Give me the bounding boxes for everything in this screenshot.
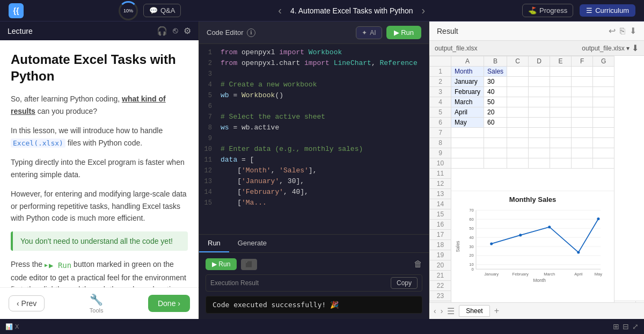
svg-text:20: 20 xyxy=(469,253,473,258)
result-header: Result ↩ ⎘ ⬇ xyxy=(429,21,644,41)
svg-point-22 xyxy=(597,217,599,220)
run-inline-label: ▶ ▶ Run xyxy=(45,259,71,271)
svg-text:March: March xyxy=(544,272,555,277)
bottom-run-area: ▶ Run ⬛ 🗑 Execution Result Copy Code exe… xyxy=(199,253,429,319)
code-line: 11 data = [ xyxy=(199,156,429,166)
layout-icon[interactable]: ⊟ xyxy=(623,322,629,331)
file-download-button[interactable]: ⬇ xyxy=(632,43,639,53)
table-row: 10 xyxy=(430,158,645,169)
run-row-left: ▶ Run ⬛ xyxy=(206,258,257,270)
svg-point-19 xyxy=(519,234,522,237)
filename-label: output_file.xlsx xyxy=(435,45,477,52)
table-row: 3 February 40 xyxy=(430,87,645,97)
hamburger-icon[interactable]: ☰ xyxy=(447,306,455,316)
prev-nav-button[interactable]: ‹ xyxy=(276,2,284,19)
tools-button[interactable]: 🔧 Tools xyxy=(90,293,104,314)
code-line: 9 xyxy=(199,134,429,145)
lecture-body: Automate Excel Tasks with Python So, aft… xyxy=(0,40,199,287)
result-actions: ↩ ⎘ ⬇ xyxy=(609,26,636,36)
editor-panel: Code Editor ℹ ✦ AI ▶ Run 1 from openpyxl… xyxy=(199,21,429,319)
settings-icon[interactable]: ⚙ xyxy=(184,26,191,36)
table-row: 1 Month Sales xyxy=(430,67,645,77)
download-button[interactable]: ⬇ xyxy=(630,26,636,36)
editor-title: Code Editor ℹ xyxy=(207,28,255,37)
lecture-panel: Lecture 🎧 ⎋ ⚙ Automate Excel Tasks with … xyxy=(0,21,199,319)
list-icon: ☰ xyxy=(586,6,592,14)
excel-link[interactable]: Excel(.xlsx) xyxy=(11,139,65,148)
undo-button[interactable]: ↩ xyxy=(609,26,616,36)
expand-icon[interactable]: ⤢ xyxy=(632,322,639,331)
sheet-tab[interactable]: Sheet xyxy=(459,305,489,317)
file-dropdown[interactable]: output_file.xlsx ▾ ⬇ xyxy=(582,43,639,53)
code-line: 1 from openpyxl import Workbook xyxy=(199,48,429,59)
progress-button[interactable]: ⛳ Progress xyxy=(522,4,573,17)
qa-button[interactable]: 💬 Q&A xyxy=(143,4,181,17)
stop-button[interactable]: ⬛ xyxy=(241,259,257,270)
svg-text:Month: Month xyxy=(533,278,546,283)
code-line: 3 xyxy=(199,70,429,81)
lecture-p1: So, after learning Python coding, what k… xyxy=(11,93,188,117)
lecture-p5: Press the ▶ ▶ Run button marked in green… xyxy=(11,258,188,287)
done-button[interactable]: Done › xyxy=(148,295,190,312)
lecture-p3: Typing directly into the Excel program i… xyxy=(11,156,188,180)
table-row: 4 March 50 xyxy=(430,97,645,107)
nav-center: ‹ 4. Automate Excel Tasks with Python › xyxy=(276,2,427,19)
svg-text:30: 30 xyxy=(469,244,473,249)
lecture-label: Lecture xyxy=(8,27,33,35)
bottom-bar-left: 📊 X xyxy=(5,323,19,330)
trash-button[interactable]: 🗑 xyxy=(414,259,422,269)
code-line: 4 # Create a new workbook xyxy=(199,81,429,91)
next-nav-button[interactable]: › xyxy=(420,2,428,19)
copy-button[interactable]: Copy xyxy=(391,277,418,289)
sheet-next-button[interactable]: › xyxy=(441,307,443,315)
result-title: Result xyxy=(437,27,458,35)
table-row: 8 xyxy=(430,138,645,148)
tab-run[interactable]: Run xyxy=(199,235,229,252)
info-icon[interactable]: ℹ xyxy=(247,28,255,37)
svg-point-21 xyxy=(577,251,580,254)
code-line: 14 ['February', 40], xyxy=(199,188,429,199)
external-link-icon[interactable]: ⎋ xyxy=(173,26,178,36)
svg-text:40: 40 xyxy=(469,235,473,240)
svg-text:April: April xyxy=(574,272,582,277)
info-box: You don't need to understand all the cod… xyxy=(11,231,188,251)
svg-point-20 xyxy=(548,226,551,228)
run-button[interactable]: ▶ Run xyxy=(386,26,421,39)
prev-button[interactable]: ‹ Prev xyxy=(9,295,45,311)
tab-generate[interactable]: Generate xyxy=(229,235,275,252)
table-row: 6 May 60 xyxy=(430,118,645,128)
file-bar: output_file.xlsx output_file.xlsx ▾ ⬇ xyxy=(429,41,644,56)
table-row: 5 April 20 xyxy=(430,107,645,118)
lecture-footer: ‹ Prev 🔧 Tools Done › xyxy=(0,287,199,319)
headphone-icon[interactable]: 🎧 xyxy=(157,26,167,36)
code-line: 13 ['January', 30], xyxy=(199,177,429,188)
lecture-header-icons: 🎧 ⎋ ⚙ xyxy=(157,26,191,36)
code-area[interactable]: 1 from openpyxl import Workbook 2 from o… xyxy=(199,44,429,234)
code-line: 6 xyxy=(199,102,429,113)
bottom-bar-right: ⊞ ⊟ ⤢ xyxy=(613,322,639,331)
code-line: 5 wb = Workbook() xyxy=(199,91,429,102)
svg-text:50: 50 xyxy=(469,226,473,231)
ai-button[interactable]: ✦ AI xyxy=(356,26,382,39)
spreadsheet[interactable]: A B C D E F G 1 Month Sales xyxy=(429,56,644,302)
result-panel: Result ↩ ⎘ ⬇ output_file.xlsx output_fil… xyxy=(429,21,644,319)
sheet-prev-button[interactable]: ‹ xyxy=(434,307,436,315)
execution-result-row: Execution Result Copy xyxy=(206,274,422,292)
editor-actions: ✦ AI ▶ Run xyxy=(356,26,421,39)
editor-bottom: Run Generate ▶ Run ⬛ 🗑 Execution Result … xyxy=(199,234,429,319)
copy-result-button[interactable]: ⎘ xyxy=(620,26,625,36)
grid-icon[interactable]: ⊞ xyxy=(613,322,619,331)
table-header-row: A B C D E F G xyxy=(430,56,645,67)
run-mini-button[interactable]: ▶ Run xyxy=(206,258,237,270)
execution-label: Execution Result xyxy=(210,279,259,287)
sheet-table: A B C D E F G 1 Month Sales xyxy=(429,56,644,302)
svg-text:60: 60 xyxy=(469,217,473,222)
table-row: 9 xyxy=(430,148,645,158)
curriculum-button[interactable]: ☰ Curriculum xyxy=(580,4,635,17)
ai-sparkle-icon: ✦ xyxy=(362,29,367,37)
table-row: 7 xyxy=(430,128,645,138)
svg-text:70: 70 xyxy=(469,208,473,213)
sheet-add-button[interactable]: + xyxy=(494,306,499,316)
table-row: 2 January 30 xyxy=(430,77,645,87)
code-line: 7 # Select the active sheet xyxy=(199,113,429,124)
